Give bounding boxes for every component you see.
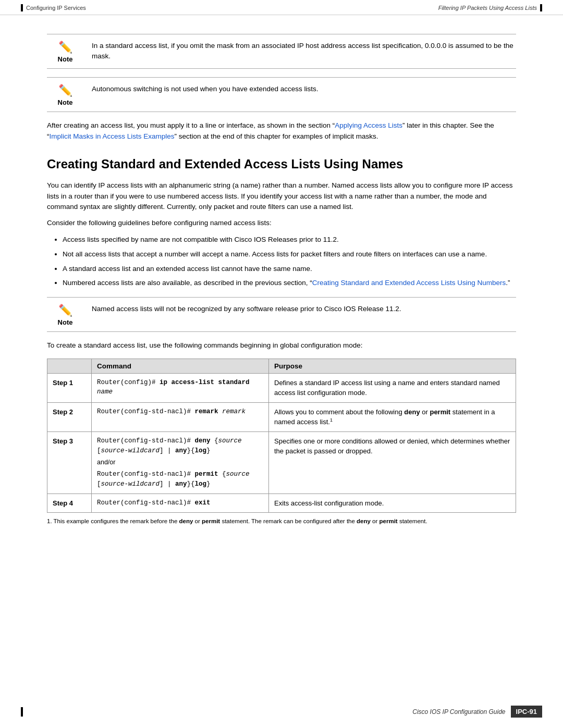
step2-cmd-remark: remark [222, 408, 246, 415]
table-row-step3: Step 3 Router(config-std-nacl)# deny {so… [47, 431, 516, 493]
step2-purpose-before: Allows you to comment about the followin… [274, 408, 404, 416]
step3-prefix2: Router(config-std-nacl)# [97, 471, 195, 478]
step2-cmd-keyword: remark [195, 408, 218, 415]
step1-cmd-keyword: ip access-list standard [160, 379, 250, 386]
footnote-permit: permit [202, 518, 220, 524]
intro-paragraph: After creating an access list, you must … [47, 120, 516, 142]
step-1-label: Step 1 [47, 373, 92, 402]
step2-purpose-permit: permit [430, 408, 450, 416]
footnote-text-before: 1. This example configures the remark be… [47, 518, 179, 524]
table-row-step4: Step 4 Router(config-std-nacl)# exit Exi… [47, 493, 516, 513]
footer-bar-icon [21, 707, 23, 717]
intro-after-link2: ” section at the end of this chapter for… [175, 132, 378, 140]
step3-log1b: log [195, 447, 207, 454]
step-2-command: Router(config-std-nacl)# remark remark [92, 402, 269, 431]
step-2-label: Step 2 [47, 402, 92, 431]
page: Configuring IP Services Filtering IP Pac… [0, 0, 563, 728]
note-icon-area-3: ✏️ Note [47, 303, 83, 326]
step-4-label: Step 4 [47, 493, 92, 513]
step-3-command: Router(config-std-nacl)# deny {source [s… [92, 431, 269, 493]
bullet-text-3: A standard access list and an extended a… [63, 265, 312, 273]
step3-swildcard2: [ [97, 480, 101, 488]
bullet-text-4-before: Numbered access lists are also available… [63, 279, 312, 287]
table-header-row: Command Purpose [47, 359, 516, 373]
step3-close2: } [206, 480, 211, 488]
bullet-text-2: Not all access lists that accept a numbe… [63, 250, 487, 258]
header-left: Configuring IP Services [21, 4, 86, 11]
bullet-text-1: Access lists specified by name are not c… [63, 236, 339, 243]
header-right-text: Filtering IP Packets Using Access Lists [438, 5, 537, 11]
step3-prefix1: Router(config-std-nacl)# [97, 437, 195, 445]
step3-cmd-permit-line2: [source-wildcard] | any}{log} [97, 479, 263, 489]
footer-guide-text: Cisco IOS IP Configuration Guide [412, 708, 505, 715]
implicit-masks-link[interactable]: Implicit Masks in Access Lists Examples [50, 132, 175, 140]
footer-right: Cisco IOS IP Configuration Guide IPC-91 [412, 706, 542, 718]
step3-cmd-deny-line1: Router(config-std-nacl)# deny {source [97, 436, 263, 446]
step3-brace1: { [211, 437, 218, 445]
step-4-command: Router(config-std-nacl)# exit [92, 493, 269, 513]
step3-pipe1: ] | [160, 447, 175, 454]
step3-permit: permit [195, 471, 218, 478]
page-header: Configuring IP Services Filtering IP Pac… [0, 0, 563, 15]
creating-standard-link[interactable]: Creating Standard and Extended Access Li… [312, 279, 506, 287]
step3-deny: deny [195, 437, 211, 445]
step3-log1: }{ [187, 447, 195, 454]
step3-brace2: { [218, 471, 226, 478]
table-col-command: Command [92, 359, 269, 373]
applying-access-lists-link[interactable]: Applying Access Lists [335, 121, 402, 129]
footnote-deny: deny [179, 518, 193, 524]
step-1-command: Router(config)# ip access-list standard … [92, 373, 269, 402]
note-text-2: Autonomous switching is not used when yo… [92, 83, 516, 94]
table-row-step1: Step 1 Router(config)# ip access-list st… [47, 373, 516, 402]
step4-exit: exit [195, 499, 211, 507]
note-block-1: ✏️ Note In a standard access list, if yo… [47, 34, 516, 69]
bullet-item-1: Access lists specified by name are not c… [63, 234, 516, 245]
step-1-purpose: Defines a standard IP access list using … [269, 373, 516, 402]
step3-log2: }{ [187, 480, 195, 488]
footnote-or: or [193, 518, 202, 524]
main-content: ✏️ Note In a standard access list, if yo… [0, 15, 563, 547]
step3-and-or: and/or [97, 458, 263, 467]
step2-purpose-deny: deny [404, 408, 420, 416]
note-label-2: Note [58, 98, 73, 106]
step1-cmd-prefix: Router(config)# [97, 379, 160, 386]
header-left-text: Configuring IP Services [26, 5, 86, 11]
bullet-item-3: A standard access list and an extended a… [63, 263, 516, 275]
bullet-list: Access lists specified by name are not c… [63, 234, 516, 288]
table-footnote: 1. This example configures the remark be… [47, 517, 516, 526]
page-footer: Cisco IOS IP Configuration Guide IPC-91 [0, 706, 563, 718]
note-label-1: Note [58, 55, 73, 63]
step-2-purpose: Allows you to comment about the followin… [269, 402, 516, 431]
step4-prefix: Router(config-std-nacl)# [97, 499, 195, 507]
body-para-1: You can identify IP access lists with an… [47, 180, 516, 213]
step-3-label: Step 3 [47, 431, 92, 493]
cmd-table-intro: To create a standard access list, use th… [47, 340, 516, 351]
note-text-1: In a standard access list, if you omit t… [92, 40, 516, 62]
table-row-step2: Step 2 Router(config-std-nacl)# remark r… [47, 402, 516, 431]
step3-cmd-permit-line1: Router(config-std-nacl)# permit {source [97, 470, 263, 479]
intro-before-link1: After creating an access list, you must … [47, 121, 335, 129]
step2-cmd-prefix: Router(config-std-nacl)# [97, 408, 195, 415]
pencil-icon-2: ✏️ [58, 84, 72, 97]
table-col-purpose: Purpose [269, 359, 516, 373]
pencil-icon-3: ✏️ [58, 304, 72, 317]
step2-cmd-space [218, 408, 223, 415]
header-bar-icon [21, 4, 23, 11]
step-3-purpose: Specifies one or more conditions allowed… [269, 431, 516, 493]
step3-source-wildcard2: source-wildcard [101, 480, 160, 488]
note-block-2: ✏️ Note Autonomous switching is not used… [47, 77, 516, 112]
step-4-purpose: Exits access-list configuration mode. [269, 493, 516, 513]
footnote-permit2: permit [380, 518, 398, 524]
step3-log2b: log [195, 480, 207, 488]
section-heading: Creating Standard and Extended Access Li… [47, 157, 516, 172]
bullet-text-4-after: .” [506, 279, 510, 287]
step3-pipe2: ] | [160, 480, 175, 488]
step3-any2: any [175, 480, 187, 488]
header-bar-right-icon [540, 4, 542, 11]
bullet-item-2: Not all access lists that accept a numbe… [63, 249, 516, 260]
table-col-step [47, 359, 92, 373]
footnote-or2: or [371, 518, 380, 524]
step3-source-wildcard1: source-wildcard [101, 447, 160, 454]
step3-cmd-deny-line2: [source-wildcard] | any}{log} [97, 446, 263, 456]
note-icon-area-2: ✏️ Note [47, 83, 83, 106]
